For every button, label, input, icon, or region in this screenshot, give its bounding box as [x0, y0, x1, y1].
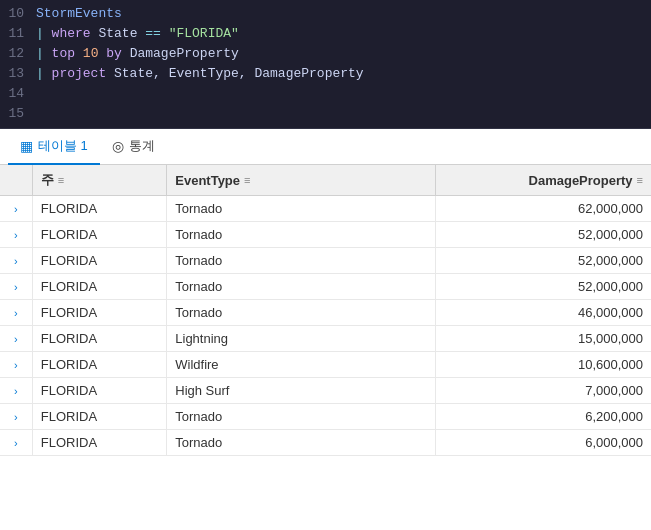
filter-icon-damage[interactable]: ≡ [637, 174, 643, 186]
table-row: ›FLORIDAWildfire10,600,000 [0, 352, 651, 378]
col-header-eventtype: EventType≡ [167, 165, 436, 196]
filter-icon-eventtype[interactable]: ≡ [244, 174, 250, 186]
filter-icon-state[interactable]: ≡ [58, 174, 64, 186]
stats-icon: ◎ [112, 138, 124, 154]
cell-damage-9: 6,000,000 [436, 430, 651, 456]
table-row: ›FLORIDATornado6,200,000 [0, 404, 651, 430]
chevron-right-icon: › [14, 411, 18, 423]
chevron-right-icon: › [14, 229, 18, 241]
row-expand-8[interactable]: › [0, 404, 32, 430]
cell-damage-2: 52,000,000 [436, 248, 651, 274]
cell-eventtype-6: Wildfire [167, 352, 436, 378]
cell-eventtype-0: Tornado [167, 196, 436, 222]
col-header-damage: DamageProperty≡ [436, 165, 651, 196]
cell-state-6: FLORIDA [32, 352, 167, 378]
cell-state-1: FLORIDA [32, 222, 167, 248]
row-expand-5[interactable]: › [0, 326, 32, 352]
line-number: 14 [0, 84, 36, 104]
cell-eventtype-5: Lightning [167, 326, 436, 352]
table-row: ›FLORIDATornado62,000,000 [0, 196, 651, 222]
cell-state-9: FLORIDA [32, 430, 167, 456]
row-expand-7[interactable]: › [0, 378, 32, 404]
row-expand-0[interactable]: › [0, 196, 32, 222]
line-number: 11 [0, 24, 36, 44]
col-label-damage: DamageProperty [529, 173, 633, 188]
table-row: ›FLORIDATornado52,000,000 [0, 274, 651, 300]
cell-damage-1: 52,000,000 [436, 222, 651, 248]
row-expand-4[interactable]: › [0, 300, 32, 326]
chevron-right-icon: › [14, 307, 18, 319]
code-editor: 10StormEvents11| where State == "FLORIDA… [0, 0, 651, 129]
row-expand-9[interactable]: › [0, 430, 32, 456]
cell-state-8: FLORIDA [32, 404, 167, 430]
chevron-right-icon: › [14, 255, 18, 267]
code-line: 15 [0, 104, 651, 124]
cell-state-2: FLORIDA [32, 248, 167, 274]
cell-damage-4: 46,000,000 [436, 300, 651, 326]
tab-label: 테이블 1 [38, 137, 88, 155]
code-line: 10StormEvents [0, 4, 651, 24]
cell-state-5: FLORIDA [32, 326, 167, 352]
line-number: 12 [0, 44, 36, 64]
cell-damage-3: 52,000,000 [436, 274, 651, 300]
cell-damage-6: 10,600,000 [436, 352, 651, 378]
table-row: ›FLORIDATornado6,000,000 [0, 430, 651, 456]
cell-state-0: FLORIDA [32, 196, 167, 222]
table-row: ›FLORIDATornado52,000,000 [0, 248, 651, 274]
table-icon: ▦ [20, 138, 33, 154]
line-content: | where State == "FLORIDA" [36, 24, 651, 44]
code-line: 12| top 10 by DamageProperty [0, 44, 651, 64]
results-table-area[interactable]: 주≡EventType≡DamageProperty≡ ›FLORIDATorn… [0, 165, 651, 530]
row-expand-6[interactable]: › [0, 352, 32, 378]
cell-eventtype-1: Tornado [167, 222, 436, 248]
cell-state-7: FLORIDA [32, 378, 167, 404]
line-number: 13 [0, 64, 36, 84]
cell-eventtype-4: Tornado [167, 300, 436, 326]
tab-stats[interactable]: ◎통계 [100, 129, 167, 165]
code-line: 11| where State == "FLORIDA" [0, 24, 651, 44]
cell-damage-5: 15,000,000 [436, 326, 651, 352]
cell-eventtype-3: Tornado [167, 274, 436, 300]
cell-eventtype-7: High Surf [167, 378, 436, 404]
cell-damage-0: 62,000,000 [436, 196, 651, 222]
row-expand-3[interactable]: › [0, 274, 32, 300]
tab-label: 통계 [129, 137, 155, 155]
tabs-bar: ▦테이블 1◎통계 [0, 129, 651, 165]
code-line: 13| project State, EventType, DamageProp… [0, 64, 651, 84]
row-expand-1[interactable]: › [0, 222, 32, 248]
cell-damage-7: 7,000,000 [436, 378, 651, 404]
col-header-state: 주≡ [32, 165, 167, 196]
chevron-right-icon: › [14, 333, 18, 345]
tab-table[interactable]: ▦테이블 1 [8, 129, 100, 165]
col-label-state: 주 [41, 171, 54, 189]
table-row: ›FLORIDATornado46,000,000 [0, 300, 651, 326]
chevron-right-icon: › [14, 359, 18, 371]
cell-damage-8: 6,200,000 [436, 404, 651, 430]
cell-eventtype-8: Tornado [167, 404, 436, 430]
cell-state-3: FLORIDA [32, 274, 167, 300]
chevron-right-icon: › [14, 281, 18, 293]
cell-state-4: FLORIDA [32, 300, 167, 326]
col-label-eventtype: EventType [175, 173, 240, 188]
chevron-right-icon: › [14, 385, 18, 397]
col-header-expand [0, 165, 32, 196]
chevron-right-icon: › [14, 203, 18, 215]
row-expand-2[interactable]: › [0, 248, 32, 274]
chevron-right-icon: › [14, 437, 18, 449]
table-row: ›FLORIDALightning15,000,000 [0, 326, 651, 352]
line-number: 10 [0, 4, 36, 24]
line-content: | top 10 by DamageProperty [36, 44, 651, 64]
table-row: ›FLORIDATornado52,000,000 [0, 222, 651, 248]
line-number: 15 [0, 104, 36, 124]
results-table: 주≡EventType≡DamageProperty≡ ›FLORIDATorn… [0, 165, 651, 456]
line-content: | project State, EventType, DamageProper… [36, 64, 651, 84]
line-content: StormEvents [36, 4, 651, 24]
table-row: ›FLORIDAHigh Surf7,000,000 [0, 378, 651, 404]
code-line: 14 [0, 84, 651, 104]
cell-eventtype-2: Tornado [167, 248, 436, 274]
cell-eventtype-9: Tornado [167, 430, 436, 456]
